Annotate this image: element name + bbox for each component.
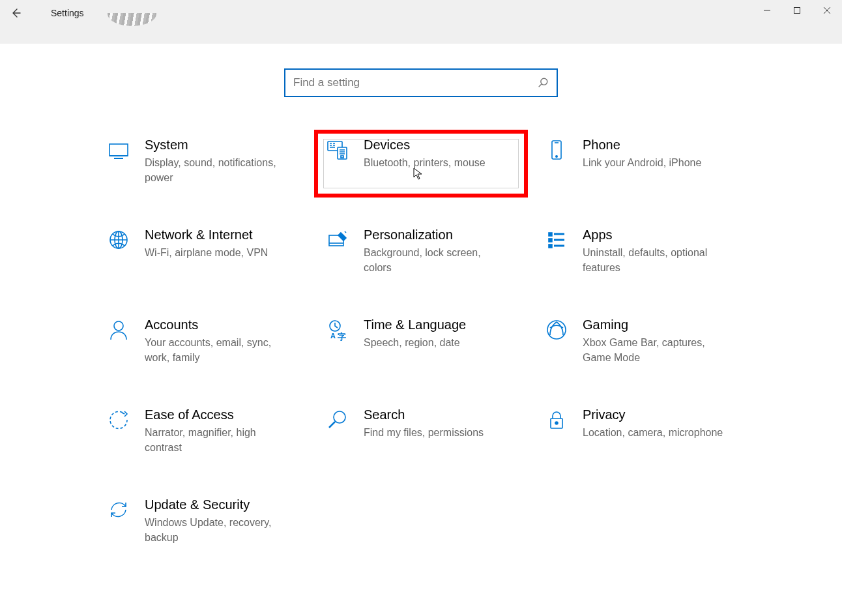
tile-system[interactable]: System Display, sound, notifications, po… <box>98 132 306 195</box>
svg-rect-13 <box>549 244 552 248</box>
tile-desc: Your accounts, email, sync, work, family <box>145 335 288 365</box>
svg-point-1 <box>541 78 547 85</box>
tile-accounts[interactable]: Accounts Your accounts, email, sync, wor… <box>98 312 306 375</box>
tile-desc: Link your Android, iPhone <box>583 155 701 170</box>
settings-grid: System Display, sound, notifications, po… <box>98 132 744 555</box>
minimize-button[interactable] <box>752 0 782 21</box>
tile-title: Ease of Access <box>145 407 288 422</box>
tile-title: Time & Language <box>364 317 466 332</box>
svg-rect-11 <box>549 233 552 236</box>
tile-personalization[interactable]: Personalization Background, lock screen,… <box>317 222 525 285</box>
tile-title: Apps <box>583 227 726 242</box>
titlebar: Settings <box>0 0 842 26</box>
tile-ease-of-access[interactable]: Ease of Access Narrator, magnifier, high… <box>98 402 306 465</box>
svg-text:A: A <box>330 332 336 340</box>
tile-title: Accounts <box>145 317 288 332</box>
svg-rect-0 <box>794 8 800 14</box>
window-controls <box>752 0 842 21</box>
accounts-icon <box>104 319 133 341</box>
tile-title: Privacy <box>583 407 723 422</box>
tile-update-security[interactable]: Update & Security Windows Update, recove… <box>98 492 306 555</box>
update-icon <box>104 499 133 521</box>
apps-icon <box>542 229 571 251</box>
tile-title: Gaming <box>583 317 726 332</box>
tile-desc: Background, lock screen, colors <box>364 245 507 275</box>
tile-desc: Wi-Fi, airplane mode, VPN <box>145 245 268 260</box>
maximize-button[interactable] <box>782 0 812 21</box>
tile-desc: Narrator, magnifier, high contrast <box>145 425 288 455</box>
globe-icon <box>104 229 133 251</box>
close-button[interactable] <box>812 0 842 21</box>
tile-desc: Uninstall, defaults, optional features <box>583 245 726 275</box>
tile-title: Search <box>364 407 484 422</box>
system-icon <box>104 139 133 161</box>
tile-desc: Windows Update, recovery, backup <box>145 515 288 545</box>
svg-rect-2 <box>109 144 128 156</box>
tile-desc: Xbox Game Bar, captures, Game Mode <box>583 335 726 365</box>
tile-gaming[interactable]: Gaming Xbox Game Bar, captures, Game Mod… <box>536 312 744 375</box>
tile-desc: Bluetooth, printers, mouse <box>364 155 486 170</box>
tile-title: Network & Internet <box>145 227 268 242</box>
time-language-icon: A 字 <box>323 319 352 341</box>
tile-title: System <box>145 138 288 153</box>
gaming-icon <box>542 319 571 341</box>
personalization-icon <box>323 229 352 251</box>
tile-desc: Display, sound, notifications, power <box>145 155 288 185</box>
svg-point-7 <box>556 156 557 157</box>
header-band <box>0 26 842 44</box>
tile-devices[interactable]: Devices Bluetooth, printers, mouse <box>317 132 525 195</box>
svg-point-14 <box>114 321 123 330</box>
avatar <box>108 13 156 26</box>
back-button[interactable] <box>0 0 31 26</box>
phone-icon <box>542 139 571 161</box>
search-input[interactable] <box>293 76 537 89</box>
lock-icon <box>542 409 571 431</box>
magnifier-icon <box>323 409 352 431</box>
svg-point-18 <box>547 321 566 339</box>
tile-desc: Find my files, permissions <box>364 425 484 440</box>
svg-rect-12 <box>549 239 552 242</box>
tile-desc: Speech, region, date <box>364 335 466 350</box>
tile-title: Devices <box>364 138 486 153</box>
svg-point-19 <box>334 411 345 423</box>
tile-title: Personalization <box>364 227 507 242</box>
tile-title: Phone <box>583 138 701 153</box>
ease-of-access-icon <box>104 409 133 431</box>
tile-privacy[interactable]: Privacy Location, camera, microphone <box>536 402 744 465</box>
tile-time-language[interactable]: A 字 Time & Language Speech, region, date <box>317 312 525 375</box>
svg-point-21 <box>555 422 558 424</box>
tile-apps[interactable]: Apps Uninstall, defaults, optional featu… <box>536 222 744 285</box>
tile-network[interactable]: Network & Internet Wi-Fi, airplane mode,… <box>98 222 306 285</box>
tile-search[interactable]: Search Find my files, permissions <box>317 402 525 465</box>
window-title: Settings <box>51 8 84 18</box>
tile-desc: Location, camera, microphone <box>583 425 723 440</box>
search-icon <box>537 77 549 89</box>
search-box[interactable] <box>284 68 558 97</box>
tile-phone[interactable]: Phone Link your Android, iPhone <box>536 132 744 195</box>
content: System Display, sound, notifications, po… <box>0 44 842 555</box>
devices-icon <box>323 139 352 161</box>
svg-text:字: 字 <box>338 332 346 341</box>
tile-title: Update & Security <box>145 497 288 512</box>
